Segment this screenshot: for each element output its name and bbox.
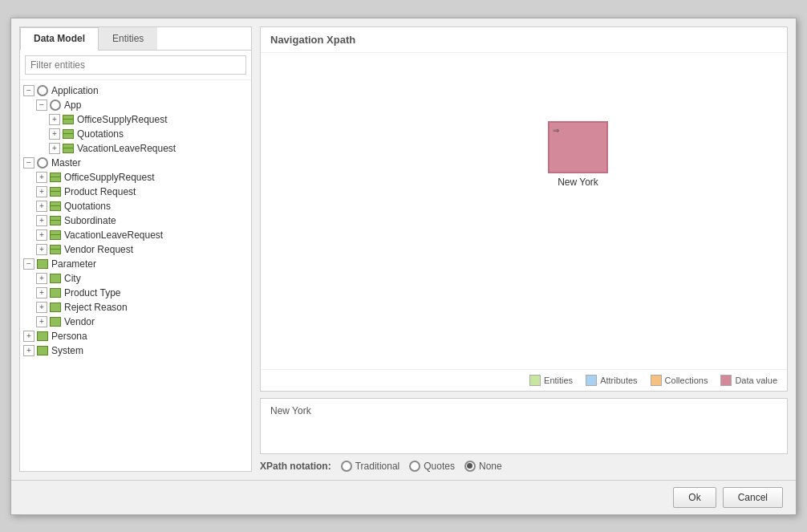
tree-row[interactable]: + VacationLeaveRequest — [46, 141, 251, 156]
param-icon — [49, 273, 62, 284]
datavalue-label: Data value — [735, 376, 777, 385]
tree-label: System — [51, 345, 83, 356]
tree-row[interactable]: + Subordinate — [33, 213, 251, 228]
nav-xpath-title: Navigation Xpath — [261, 27, 787, 53]
node-card[interactable]: ⇒ New York — [548, 121, 608, 188]
tree-label: Subordinate — [64, 215, 116, 226]
legend-bar: Entities Attributes Collections Data val… — [261, 369, 787, 391]
tree-row[interactable]: + Vendor — [33, 315, 251, 329]
node-label: New York — [558, 177, 598, 188]
table-icon — [62, 114, 75, 125]
tree-toggle[interactable]: − — [23, 85, 34, 96]
tree-label: VacationLeaveRequest — [64, 229, 163, 241]
tree-row[interactable]: + City — [33, 271, 251, 286]
legend-datavalue: Data value — [720, 375, 777, 386]
notation-traditional-label: Traditional — [355, 461, 400, 472]
xpath-result-text: New York — [270, 405, 311, 416]
tree-row[interactable]: + Quotations — [46, 127, 251, 141]
nav-xpath-canvas: ⇒ New York — [261, 53, 787, 369]
tree-toggle[interactable]: + — [36, 287, 47, 298]
tree-toggle[interactable]: + — [49, 128, 60, 140]
notation-traditional[interactable]: Traditional — [341, 461, 400, 472]
tree-label: Reject Reason — [64, 302, 128, 313]
nav-xpath-box: Navigation Xpath ⇒ New York Entities — [260, 26, 788, 392]
collections-swatch — [651, 375, 662, 386]
tree-row[interactable]: + Persona — [20, 329, 251, 343]
xpath-result-box: New York — [260, 398, 788, 454]
datavalue-swatch — [720, 375, 732, 386]
entity-icon — [36, 157, 49, 169]
list-icon — [36, 258, 49, 270]
link-icon: ⇒ — [553, 126, 559, 135]
tree-label: Vendor Request — [64, 244, 133, 255]
filter-input[interactable] — [25, 55, 246, 75]
notation-none[interactable]: None — [464, 461, 502, 472]
tree-toggle[interactable]: + — [36, 244, 47, 255]
tree-toggle[interactable]: + — [36, 201, 47, 212]
tree-label: Product Request — [64, 186, 136, 197]
persona-icon — [36, 331, 49, 342]
tree-row[interactable]: − Master — [20, 156, 251, 170]
entities-label: Entities — [544, 376, 573, 385]
tree-row[interactable]: − App — [33, 98, 251, 112]
tree-toggle[interactable]: + — [36, 172, 47, 183]
left-panel: Data Model Entities − Application − App — [19, 26, 252, 472]
notation-quotes[interactable]: Quotes — [409, 461, 455, 472]
system-icon — [36, 345, 49, 356]
tree-row[interactable]: + Vendor Request — [33, 242, 251, 257]
tree-label: VacationLeaveRequest — [77, 143, 176, 154]
legend-collections: Collections — [651, 375, 708, 386]
tree-toggle[interactable]: + — [36, 186, 47, 197]
tree-row[interactable]: + OfficeSupplyRequest — [46, 112, 251, 127]
tree-row[interactable]: − Parameter — [20, 257, 251, 271]
xpath-notation-row: XPath notation: Traditional Quotes None — [260, 461, 788, 472]
legend-attributes: Attributes — [586, 375, 637, 386]
tree-label: Product Type — [64, 287, 121, 298]
tree-toggle[interactable]: + — [36, 302, 47, 313]
tree-row[interactable]: + VacationLeaveRequest — [33, 228, 251, 242]
tree-row[interactable]: + Product Request — [33, 185, 251, 199]
tree-toggle[interactable]: + — [36, 273, 47, 284]
ok-button[interactable]: Ok — [673, 487, 716, 508]
entity-icon — [49, 99, 62, 111]
tree-row[interactable]: + OfficeSupplyRequest — [33, 170, 251, 185]
tree-toggle[interactable]: − — [36, 99, 47, 111]
tree-toggle[interactable]: + — [36, 229, 47, 241]
tree-row[interactable]: + System — [20, 343, 251, 358]
tree-label: Persona — [51, 331, 87, 342]
right-panel: Navigation Xpath ⇒ New York Entities — [260, 26, 788, 472]
tree-label: Quotations — [64, 201, 111, 212]
tab-data-model[interactable]: Data Model — [20, 27, 99, 51]
table-icon — [49, 186, 62, 197]
radio-traditional[interactable] — [341, 461, 352, 472]
tree-label: City — [64, 273, 81, 284]
tree-toggle[interactable]: + — [49, 114, 60, 125]
table-icon — [62, 128, 75, 140]
tree-toggle[interactable]: − — [23, 258, 34, 270]
tree-row[interactable]: − Application — [20, 83, 251, 98]
table-icon — [49, 201, 62, 212]
tree-row[interactable]: + Product Type — [33, 286, 251, 300]
tree-toggle[interactable]: + — [36, 316, 47, 327]
attributes-label: Attributes — [600, 376, 637, 385]
cancel-button[interactable]: Cancel — [723, 487, 783, 508]
tree-toggle[interactable]: − — [23, 157, 34, 169]
tree-label: App — [64, 99, 81, 111]
radio-none-inner — [467, 463, 472, 469]
tree-toggle[interactable]: + — [36, 215, 47, 226]
radio-none[interactable] — [464, 461, 476, 472]
tree-toggle[interactable]: + — [23, 345, 34, 356]
radio-quotes[interactable] — [409, 461, 420, 472]
tree-toggle[interactable]: + — [23, 331, 34, 342]
tree-toggle[interactable]: + — [49, 143, 60, 154]
param-icon — [49, 287, 62, 298]
tab-entities[interactable]: Entities — [99, 27, 157, 50]
tree-row[interactable]: + Reject Reason — [33, 300, 251, 315]
tree-container: − Application − App + OfficeSupplyReques… — [20, 80, 251, 471]
tree-row[interactable]: + Quotations — [33, 199, 251, 213]
table-icon — [49, 215, 62, 226]
table-icon — [62, 143, 75, 154]
tree-label: Application — [51, 85, 99, 96]
node-box: ⇒ — [548, 121, 608, 173]
tree-label: Parameter — [51, 258, 96, 270]
